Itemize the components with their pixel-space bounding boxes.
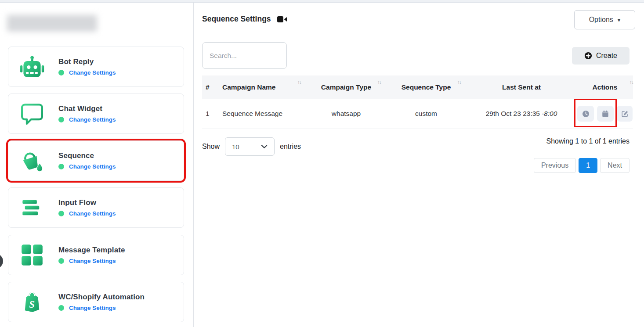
sidebar-item-sequence[interactable]: Sequence Change Settings [8,140,184,181]
current-page-button[interactable]: 1 [579,158,597,173]
change-settings-link[interactable]: Change Settings [69,116,116,123]
sort-icon[interactable]: ↑↓ [630,79,633,85]
sidebar-item-bot-reply[interactable]: Bot Reply Change Settings [8,47,184,87]
edit-icon [621,110,629,118]
calendar-icon [601,110,609,118]
sidebar-item-chat-widget[interactable]: Chat Widget Change Settings [8,93,184,134]
change-settings-link[interactable]: Change Settings [69,258,116,264]
video-camera-icon[interactable] [277,15,288,23]
table-row: 1 Sequence Message whatsapp custom 29th … [202,99,633,129]
page-size-value: 10 [232,143,239,151]
status-dot [58,305,64,311]
sidebar-item-wc-shopify-automation[interactable]: S WC/Shopify Automation Change Settings [8,282,184,322]
card-title: Chat Widget [58,104,116,113]
svg-text:S: S [29,299,35,310]
edit-button[interactable] [617,106,633,122]
change-settings-link[interactable]: Change Settings [69,163,116,170]
column-header-sequence-type[interactable]: Sequence Type ↑↓ [386,75,466,99]
column-header-campaign-name[interactable]: Campaign Name ↑↓ [222,75,306,99]
change-settings-link[interactable]: Change Settings [69,210,116,217]
search-input[interactable] [202,42,287,69]
robot-icon [18,56,46,78]
sidebar: Bot Reply Change Settings Chat Widget Ch… [0,3,194,327]
cell-sequence-type: custom [386,99,466,129]
options-button[interactable]: Options ▾ [574,10,635,29]
change-settings-link[interactable]: Change Settings [69,305,116,311]
pagination: Previous 1 Next [534,158,630,173]
status-dot [58,258,64,264]
shopify-bag-icon: S [18,291,46,313]
chat-bubble-icon [18,103,46,125]
status-dot [58,164,64,169]
status-dot [58,211,64,216]
sidebar-item-input-flow[interactable]: Input Flow Change Settings [8,187,184,228]
cell-last-sent-at: 29th Oct 23 23:35-8:00 [466,99,577,129]
create-button[interactable]: Create [572,47,630,65]
sort-icon[interactable]: ↑↓ [377,79,381,85]
card-title: Bot Reply [58,57,116,66]
app-logo [7,15,97,32]
change-settings-link[interactable]: Change Settings [69,69,116,76]
cell-index: 1 [202,99,222,129]
page-title: Sequence Settings [202,14,271,24]
card-title: WC/Shopify Automation [58,293,145,302]
main-content: Sequence Settings Options ▾ Create # [194,3,644,327]
schedule-clock-button[interactable] [577,106,594,122]
plus-circle-icon [584,52,592,60]
column-header-campaign-type[interactable]: Campaign Type ↑↓ [306,75,386,99]
list-bars-icon [18,197,46,218]
red-annotation-box [577,106,614,122]
column-header-index: # [202,75,222,99]
card-title: Message Template [58,246,125,255]
last-sent-date: 29th Oct 23 23:35 [486,110,540,117]
card-title: Input Flow [58,198,116,207]
status-dot [58,117,64,122]
options-label: Options [589,16,613,24]
calendar-button[interactable] [597,106,614,122]
sort-icon[interactable]: ↑↓ [457,79,461,85]
cell-campaign-type: whatsapp [306,99,386,129]
show-label: Show [202,143,220,151]
chevron-down-icon [261,144,268,149]
cell-actions [577,99,633,129]
next-page-button[interactable]: Next [600,158,630,173]
column-header-last-sent-at[interactable]: Last Sent at [466,75,577,99]
sort-icon[interactable]: ↑↓ [297,79,301,85]
grid-icon [18,244,46,266]
table-header-row: # Campaign Name ↑↓ Campaign Type ↑↓ Sequ… [202,75,633,99]
entries-label: entries [280,143,301,151]
previous-page-button[interactable]: Previous [534,158,576,173]
showing-entries-text: Showing 1 to 1 of 1 entries [546,137,630,145]
sidebar-item-message-template[interactable]: Message Template Change Settings [8,235,184,275]
column-header-actions[interactable]: Actions ↑↓ [577,75,633,99]
cell-campaign-name: Sequence Message [222,99,306,129]
clock-icon [582,110,590,118]
card-title: Sequence [58,151,116,160]
create-label: Create [596,52,617,60]
caret-down-icon: ▾ [618,17,621,23]
paint-bucket-icon [18,149,46,172]
last-sent-timezone: -8:00 [542,110,557,117]
sequence-table: # Campaign Name ↑↓ Campaign Type ↑↓ Sequ… [202,75,625,129]
page-size-select[interactable]: 10 [225,137,275,156]
status-dot [58,70,64,75]
